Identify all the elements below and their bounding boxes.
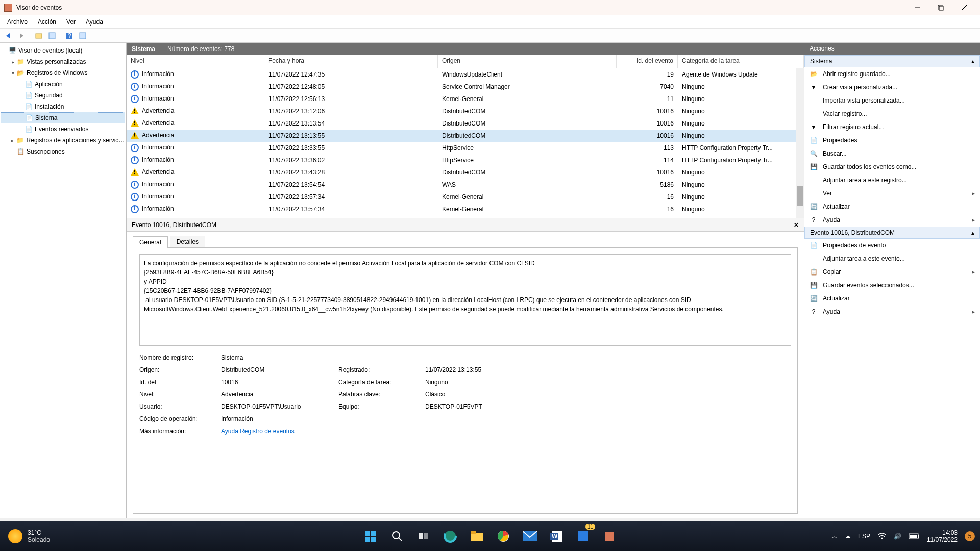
action-item[interactable]: ?Ayuda▸ [804,213,980,227]
start-button[interactable] [360,526,381,546]
close-button[interactable] [952,0,976,15]
event-row[interactable]: Advertencia11/07/2022 13:43:28Distribute… [127,166,804,179]
menu-archivo[interactable]: Archivo [2,16,33,28]
tree-label: Aplicación [35,81,63,88]
tree-seguridad[interactable]: 📄Seguridad [1,90,125,101]
edge-icon[interactable] [440,526,460,546]
tree-root[interactable]: 🖥️Visor de eventos (local) [1,45,125,56]
menu-ayuda[interactable]: Ayuda [81,16,108,28]
val-opcode: Información [221,415,333,422]
action-item[interactable]: 💾Guardar todos los eventos como... [804,160,980,173]
action-item[interactable]: Ver▸ [804,187,980,200]
tree-windows-logs[interactable]: ▾📂Registros de Windows [1,67,125,79]
cloud-icon[interactable]: ☁ [845,533,851,540]
action-item[interactable]: ?Ayuda▸ [804,305,980,318]
lbl-more: Más información: [139,428,216,435]
action-label: Adjuntar tarea a este evento... [823,255,905,262]
tree-custom-views[interactable]: ▸📁Vistas personalizadas [1,56,125,67]
back-button[interactable] [2,30,14,42]
tool-icon-3[interactable] [77,30,89,42]
event-row[interactable]: Advertencia11/07/2022 13:13:55Distribute… [127,130,804,142]
explorer-icon[interactable] [467,526,487,546]
nav-tree[interactable]: 🖥️Visor de eventos (local) ▸📁Vistas pers… [0,43,127,518]
event-row[interactable]: Información11/07/2022 13:33:55HttpServic… [127,142,804,154]
volume-icon[interactable]: 🔊 [894,533,901,540]
grid-body[interactable]: Información11/07/2022 12:47:35WindowsUpd… [127,68,804,218]
tab-general[interactable]: General [133,236,168,248]
menu-ver[interactable]: Ver [61,16,81,28]
event-row[interactable]: Información11/07/2022 13:57:34Kernel-Gen… [127,203,804,215]
forward-button[interactable] [15,30,28,42]
tree-aplicacion[interactable]: 📄Aplicación [1,79,125,90]
cell-date: 11/07/2022 13:33:55 [264,144,438,152]
event-row[interactable]: Información11/07/2022 13:54:54WAS5186Nin… [127,179,804,191]
taskbar-clock[interactable]: 14:03 11/07/2022 [927,529,958,544]
wifi-icon[interactable] [877,533,887,540]
action-item[interactable]: 📄Propiedades [804,134,980,147]
col-date[interactable]: Fecha y hora [264,55,438,68]
taskview-icon[interactable] [413,526,434,546]
grid-vscroll[interactable] [796,68,804,218]
cell-level: Advertencia [142,107,174,114]
search-icon[interactable] [387,526,407,546]
taskbar[interactable]: 31°C Soleado W 11 ︿ ☁ ESP 🔊 14:03 11/07/… [0,521,980,551]
tree-suscripciones[interactable]: 📋Suscripciones [1,146,125,157]
window-title: Visor de eventos [16,4,905,11]
maximize-button[interactable] [929,0,952,15]
action-icon: 🔄 [810,294,818,303]
detail-close-icon[interactable]: ✕ [794,221,799,229]
event-row[interactable]: Información11/07/2022 13:57:34Kernel-Gen… [127,191,804,203]
action-item[interactable]: Adjuntar tarea a este evento... [804,252,980,265]
actions-section-sistema[interactable]: Sistema▴ [804,55,980,67]
event-row[interactable]: Advertencia11/07/2022 13:13:54Distribute… [127,117,804,130]
mail-icon[interactable] [520,526,540,546]
svg-rect-7 [36,34,42,38]
tree-eventos-reenviados[interactable]: 📄Eventos reenviados [1,123,125,135]
tree-sistema[interactable]: 📄Sistema [1,112,125,123]
actions-section-evento[interactable]: Evento 10016, DistributedCOM▴ [804,227,980,239]
tab-detalles[interactable]: Detalles [170,236,205,247]
action-item[interactable]: ▼Filtrar registro actual... [804,120,980,134]
event-row[interactable]: Información11/07/2022 12:56:13Kernel-Gen… [127,93,804,105]
tool-icon-1[interactable] [33,30,45,42]
event-description[interactable]: La confiquración de permisos específico … [139,254,791,346]
action-item[interactable]: 📄Propiedades de evento [804,239,980,252]
event-row[interactable]: Información11/07/2022 13:36:02HttpServic… [127,154,804,166]
system-tray[interactable]: ︿ ☁ ESP 🔊 14:03 11/07/2022 5 [831,529,975,544]
tool-icon-2[interactable] [46,30,58,42]
action-item[interactable]: 💾Guardar eventos seleccionados... [804,279,980,292]
tray-chevron-icon[interactable]: ︿ [831,532,838,541]
more-info-link[interactable]: Ayuda Registro de eventos [221,428,295,435]
tree-app-logs[interactable]: ▸📁Registros de aplicaciones y servicios [1,135,125,146]
event-row[interactable]: Información11/07/2022 12:47:35WindowsUpd… [127,68,804,81]
cell-date: 11/07/2022 13:36:02 [264,157,438,164]
task-app-icon[interactable]: 11 [573,526,593,546]
action-item[interactable]: 🔄Actualizar [804,292,980,305]
menu-accion[interactable]: Acción [33,16,61,28]
action-item[interactable]: Vaciar registro... [804,107,980,120]
event-row[interactable]: Información11/07/2022 12:48:05Service Co… [127,81,804,93]
col-id[interactable]: Id. del evento [617,55,678,68]
word-icon[interactable]: W [546,526,567,546]
action-item[interactable]: 🔍Buscar... [804,147,980,160]
battery-icon[interactable] [909,533,920,539]
tree-instalacion[interactable]: 📄Instalación [1,101,125,112]
minimize-button[interactable] [905,0,929,15]
eventvwr-taskbar-icon[interactable] [599,526,620,546]
taskbar-weather[interactable]: 31°C Soleado [0,529,58,543]
action-label: Propiedades [823,137,857,144]
help-icon[interactable]: ? [63,30,76,42]
notification-badge[interactable]: 5 [965,531,975,541]
action-item[interactable]: 📂Abrir registro guardado... [804,67,980,81]
col-cat[interactable]: Categoría de la tarea [678,55,804,68]
action-item[interactable]: 📋Copiar▸ [804,265,980,279]
lang-indicator[interactable]: ESP [858,533,870,540]
col-level[interactable]: Nivel [127,55,264,68]
col-source[interactable]: Origen [438,55,617,68]
action-item[interactable]: Importar vista personalizada... [804,94,980,107]
event-row[interactable]: Advertencia11/07/2022 13:12:06Distribute… [127,105,804,117]
action-item[interactable]: Adjuntar tarea a este registro... [804,173,980,187]
chrome-icon[interactable] [493,526,513,546]
action-item[interactable]: ▼Crear vista personalizada... [804,81,980,94]
action-item[interactable]: 🔄Actualizar [804,200,980,213]
